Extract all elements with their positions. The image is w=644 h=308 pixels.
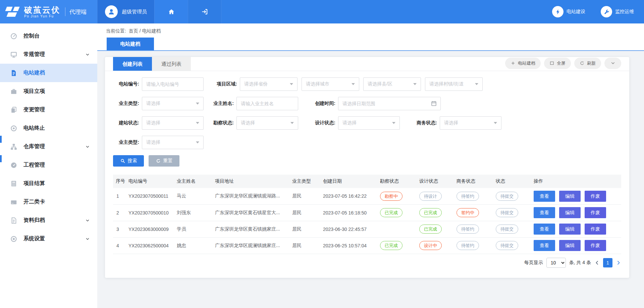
build-status-select[interactable]: 请选择 bbox=[142, 116, 204, 130]
sidebar-item-target[interactable]: 系统设置 bbox=[0, 230, 97, 248]
breadcrumb: 当前位置: 首页 / 电站建档 bbox=[106, 28, 161, 34]
nav-monitor-ops[interactable]: 监控运维 bbox=[601, 6, 634, 17]
app-logo[interactable]: 破茧云伏 Po Jian Yun Fu 代理端 bbox=[0, 0, 97, 23]
design-status-cell: 已完成 bbox=[418, 221, 455, 237]
row-index: 1 bbox=[113, 188, 127, 204]
collapse-button[interactable] bbox=[604, 58, 621, 69]
caret-down-icon bbox=[494, 122, 497, 124]
status-badge: 待签约 bbox=[457, 192, 479, 201]
status-badge: 勘察中 bbox=[380, 192, 402, 201]
sidebar: 控制台常规管理电站建档项目立项变更管理电站终止仓库管理工程管理项目结算开二类卡资… bbox=[0, 23, 97, 308]
view-button[interactable]: 查看 bbox=[534, 191, 555, 202]
row-index: 4 bbox=[113, 237, 127, 254]
chevron-right-icon bbox=[616, 260, 621, 265]
nav-label: 电站建设 bbox=[567, 9, 585, 15]
caret-down-icon bbox=[290, 83, 293, 85]
logout-icon bbox=[201, 8, 208, 15]
business-status-select[interactable]: 请选择 bbox=[440, 116, 501, 130]
project-address: 广东深圳龙华区黄石镇姚家庄... bbox=[214, 221, 291, 237]
row-index: 2 bbox=[113, 204, 127, 221]
void-button[interactable]: 作废 bbox=[585, 224, 606, 235]
per-page-label: 每页显示 bbox=[524, 260, 543, 266]
county-select[interactable]: 请选择县/区 bbox=[363, 77, 421, 91]
briefcase-icon bbox=[10, 88, 17, 95]
sidebar-scrollbar-thumb[interactable] bbox=[0, 155, 2, 162]
survey-status-cell: 已完成 bbox=[379, 204, 418, 221]
business-status-cell: 待签约 bbox=[455, 188, 494, 204]
station-code: YX2023062500004 bbox=[127, 237, 175, 254]
edit-button[interactable]: 编辑 bbox=[559, 191, 581, 202]
status-badge: 待提交 bbox=[496, 225, 518, 234]
tab-create-list[interactable]: 创建列表 bbox=[113, 57, 152, 71]
current-page[interactable]: 1 bbox=[603, 258, 612, 267]
sidebar-item-bank-card[interactable]: 开二类卡 bbox=[0, 193, 97, 211]
logo-icon bbox=[5, 6, 21, 18]
fullscreen-button[interactable]: 全屏 bbox=[544, 58, 571, 69]
tab-passed-list[interactable]: 通过列表 bbox=[152, 57, 191, 71]
per-page-select[interactable]: 10 bbox=[546, 258, 566, 268]
nav-station-build[interactable]: 电站建设 bbox=[552, 6, 585, 17]
sidebar-scrollbar-thumb[interactable] bbox=[0, 136, 2, 143]
actions-cell: 查看编辑作废 bbox=[532, 237, 621, 254]
actions-cell: 查看编辑作废 bbox=[532, 204, 621, 221]
next-page-button[interactable] bbox=[616, 260, 621, 265]
page-tab[interactable]: 电站建档 bbox=[107, 38, 154, 50]
void-button[interactable]: 作废 bbox=[585, 191, 606, 202]
sidebar-item-label: 控制台 bbox=[23, 33, 40, 40]
sidebar-item-briefcase[interactable]: 项目立项 bbox=[0, 82, 97, 101]
sidebar-item-label: 项目结算 bbox=[23, 180, 45, 187]
breadcrumb-path[interactable]: 首页 / 电站建档 bbox=[129, 28, 161, 34]
sidebar-item-monitor[interactable]: 常规管理 bbox=[0, 45, 97, 64]
sidebar-item-label: 资料归档 bbox=[23, 217, 45, 224]
survey-status-select[interactable]: 请选择 bbox=[236, 116, 298, 130]
sidebar-item-sitemap[interactable]: 仓库管理 bbox=[0, 137, 97, 156]
sidebar-item-document[interactable]: 电站建档 bbox=[0, 64, 97, 82]
user-menu[interactable]: 超级管理员 bbox=[97, 0, 154, 23]
design-status-cell: 已完成 bbox=[418, 204, 455, 221]
sidebar-item-label: 常规管理 bbox=[23, 51, 45, 58]
edit-button[interactable]: 编辑 bbox=[559, 207, 581, 218]
sidebar-item-calculator[interactable]: 项目结算 bbox=[0, 174, 97, 193]
home-button[interactable] bbox=[154, 0, 188, 23]
sidebar-item-record[interactable]: 电站终止 bbox=[0, 119, 97, 137]
sidebar-item-copy[interactable]: 变更管理 bbox=[0, 101, 97, 119]
chevron-down-icon bbox=[85, 144, 90, 149]
sidebar-item-gauge[interactable]: 控制台 bbox=[0, 27, 97, 45]
owner-type-select[interactable]: 请选择 bbox=[142, 97, 204, 110]
date-range-input[interactable] bbox=[338, 97, 441, 110]
sidebar-item-meter[interactable]: 工程管理 bbox=[0, 156, 97, 174]
app-title: 破茧云伏 bbox=[24, 6, 60, 14]
edit-button[interactable]: 编辑 bbox=[559, 240, 581, 251]
logout-button[interactable] bbox=[188, 0, 221, 23]
add-station-button[interactable]: 电站建档 bbox=[505, 58, 541, 69]
meter-icon bbox=[10, 162, 17, 169]
document-icon bbox=[10, 69, 17, 77]
sidebar-item-archive[interactable]: 资料归档 bbox=[0, 211, 97, 230]
record-icon bbox=[10, 125, 17, 132]
design-status-select[interactable]: 请选择 bbox=[338, 116, 400, 130]
survey-status-cell bbox=[379, 221, 418, 237]
owner-type2-select[interactable]: 请选择 bbox=[142, 136, 204, 149]
main-content: 当前位置: 首页 / 电站建档 电站建档 创建列表 通过列表 电站建档 全屏 刷… bbox=[97, 23, 644, 308]
divider bbox=[65, 7, 65, 16]
void-button[interactable]: 作废 bbox=[585, 240, 606, 251]
station-code-input[interactable] bbox=[142, 77, 204, 91]
void-button[interactable]: 作废 bbox=[585, 207, 606, 218]
view-button[interactable]: 查看 bbox=[534, 207, 555, 218]
search-button[interactable]: 搜索 bbox=[113, 155, 144, 167]
station-code: YX2023063000009 bbox=[127, 221, 175, 237]
refresh-button[interactable]: 刷新 bbox=[574, 58, 601, 69]
edit-button[interactable]: 编辑 bbox=[559, 224, 581, 235]
city-select[interactable]: 请选择城市 bbox=[302, 77, 359, 91]
owner-name-input[interactable] bbox=[236, 97, 298, 110]
view-button[interactable]: 查看 bbox=[534, 224, 555, 235]
prev-page-button[interactable] bbox=[594, 260, 600, 265]
table-header-row: 序号电站编号业主姓名项目地址业主类型创建日期勘察状态设计状态商务状态状态操作 bbox=[113, 175, 621, 188]
village-select[interactable]: 请选择村镇/街道 bbox=[425, 77, 483, 91]
reset-button[interactable]: 重置 bbox=[149, 155, 179, 167]
view-button[interactable]: 查看 bbox=[534, 240, 555, 251]
app-subtitle: Po Jian Yun Fu bbox=[24, 14, 60, 18]
province-select[interactable]: 请选择省份 bbox=[240, 77, 298, 91]
filter-panel: 电站编号: 项目区域: 请选择省份 请选择城市 请选择县/区 请选择村镇/街道 … bbox=[113, 71, 621, 149]
created-date: 2023-06-30 22:45:57 bbox=[322, 221, 379, 237]
